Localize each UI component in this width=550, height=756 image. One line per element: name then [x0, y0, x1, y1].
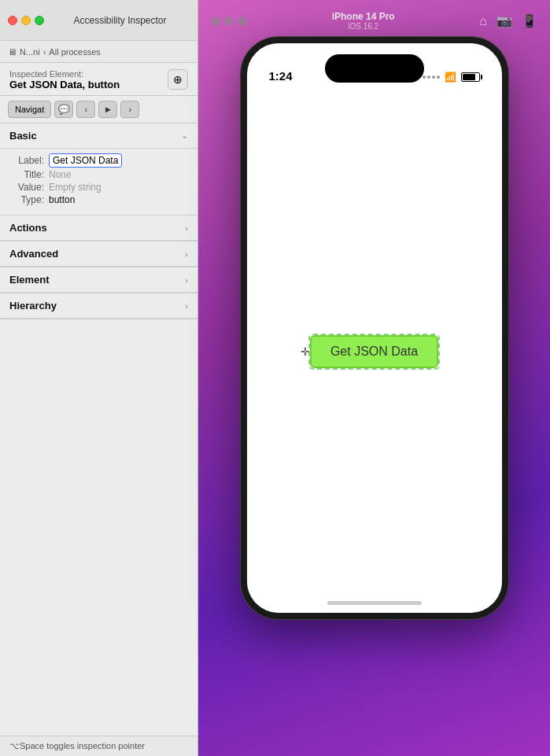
advanced-title: Advanced: [9, 248, 58, 260]
advanced-section: Advanced ›: [0, 242, 197, 267]
crosshair-icon: ✛: [301, 345, 310, 358]
iphone-body: 1:24 📶 ✛: [241, 37, 508, 619]
play-icon: ▶: [105, 105, 111, 113]
advanced-chevron-icon: ›: [185, 249, 188, 259]
traffic-lights: [8, 16, 44, 25]
subtitle-bar: 🖥 N...ni › All processes: [0, 41, 197, 63]
element-chevron-icon: ›: [185, 275, 188, 285]
type-key: Type:: [9, 194, 44, 205]
basic-content: Label: Get JSON Data Title: None Value: …: [0, 149, 197, 216]
actions-section: Actions ›: [0, 216, 197, 242]
type-value: button: [49, 194, 75, 205]
process-label: All processes: [49, 47, 100, 57]
app-prefix: N...ni: [20, 47, 40, 57]
value-row: Value: Empty string: [9, 182, 188, 193]
app-icon: 🖥: [8, 47, 17, 57]
value-value: Empty string: [49, 182, 102, 193]
signal-bars: [423, 76, 440, 79]
element-title: Element: [9, 274, 50, 286]
advanced-section-header[interactable]: Advanced ›: [0, 242, 197, 267]
label-value[interactable]: Get JSON Data: [49, 153, 122, 168]
target-icon: ⊕: [173, 73, 183, 86]
inspected-element-name: Get JSON Data, button: [9, 79, 120, 90]
signal-dot-1: [423, 76, 426, 79]
ios-version: iOS 16.2: [332, 22, 395, 31]
battery-tip: [481, 75, 482, 79]
target-button[interactable]: ⊕: [168, 69, 188, 90]
device-info: iPhone 14 Pro iOS 16.2: [332, 11, 395, 31]
left-panel: Accessibility Inspector 🖥 N...ni › All p…: [0, 0, 198, 756]
dynamic-island: [325, 54, 424, 83]
type-row: Type: button: [9, 194, 188, 205]
sim-toolbar-icons: ⌂ 📷 📱: [479, 13, 537, 28]
wifi-icon: 📶: [445, 72, 456, 83]
basic-section-header[interactable]: Basic ⌄: [0, 124, 197, 149]
hierarchy-title: Hierarchy: [9, 300, 57, 312]
signal-dot-3: [432, 76, 435, 79]
status-text: ⌥Space toggles inspection pointer: [9, 741, 145, 750]
sim-traffic-lights: [211, 17, 247, 26]
basic-section-title: Basic: [9, 130, 37, 142]
iphone-screen: 1:24 📶 ✛: [247, 43, 502, 613]
hierarchy-chevron-icon: ›: [185, 301, 188, 311]
title-value: None: [49, 169, 72, 180]
nav-play-button[interactable]: ▶: [98, 101, 117, 118]
battery-icon: [461, 72, 480, 82]
back-arrow-icon: ‹: [84, 105, 87, 114]
status-icons: 📶: [423, 72, 480, 83]
iphone-button-container: ✛ Get JSON Data: [310, 335, 438, 368]
minimize-button[interactable]: [21, 16, 31, 25]
status-bar-bottom: ⌥Space toggles inspection pointer: [0, 736, 197, 756]
nav-bar: Navigat 💬 ‹ ▶ ›: [0, 96, 197, 124]
hierarchy-section-header[interactable]: Hierarchy ›: [0, 293, 197, 319]
device-toolbar-icon[interactable]: 📱: [522, 13, 537, 28]
home-indicator: [327, 601, 422, 605]
navigate-button[interactable]: Navigat: [8, 101, 51, 118]
signal-dot-2: [427, 76, 430, 79]
battery-fill: [463, 74, 475, 80]
device-name: iPhone 14 Pro: [332, 11, 395, 22]
nav-forward-button[interactable]: ›: [120, 101, 139, 118]
hierarchy-section: Hierarchy ›: [0, 293, 197, 319]
value-key: Value:: [9, 182, 44, 193]
element-section-header[interactable]: Element ›: [0, 267, 197, 293]
title-bar: Accessibility Inspector: [0, 0, 197, 41]
sim-maximize: [238, 17, 247, 26]
label-row: Label: Get JSON Data: [9, 153, 188, 168]
get-json-data-button[interactable]: Get JSON Data: [310, 335, 438, 368]
status-time: 1:24: [269, 69, 293, 83]
home-toolbar-icon[interactable]: ⌂: [479, 14, 487, 28]
separator-chevron: ›: [43, 47, 46, 57]
signal-dot-4: [437, 76, 440, 79]
iphone-content: ✛ Get JSON Data: [247, 43, 502, 613]
close-button[interactable]: [8, 16, 17, 25]
inspected-label: Inspected Element:: [9, 69, 120, 79]
title-row: Title: None: [9, 169, 188, 180]
sim-toolbar: iPhone 14 Pro iOS 16.2 ⌂ 📷 📱: [198, 8, 550, 37]
window-title: Accessibility Inspector: [50, 15, 190, 26]
title-key: Title:: [9, 169, 44, 180]
sim-close: [211, 17, 220, 26]
label-key: Label:: [9, 155, 44, 166]
actions-chevron-icon: ›: [185, 223, 188, 233]
speech-button[interactable]: 💬: [54, 101, 73, 118]
screenshot-toolbar-icon[interactable]: 📷: [496, 13, 512, 28]
basic-chevron-icon: ⌄: [181, 131, 188, 141]
speech-icon: 💬: [58, 104, 70, 115]
sim-minimize: [224, 17, 234, 26]
actions-title: Actions: [9, 222, 47, 234]
forward-arrow-icon: ›: [128, 105, 131, 114]
maximize-button[interactable]: [35, 16, 44, 25]
right-panel: iPhone 14 Pro iOS 16.2 ⌂ 📷 📱 1:24: [198, 0, 550, 756]
nav-back-button[interactable]: ‹: [76, 101, 95, 118]
navigate-label: Navigat: [15, 105, 44, 114]
element-section: Element ›: [0, 267, 197, 293]
inspected-section: Inspected Element: Get JSON Data, button…: [0, 63, 197, 96]
actions-section-header[interactable]: Actions ›: [0, 216, 197, 241]
